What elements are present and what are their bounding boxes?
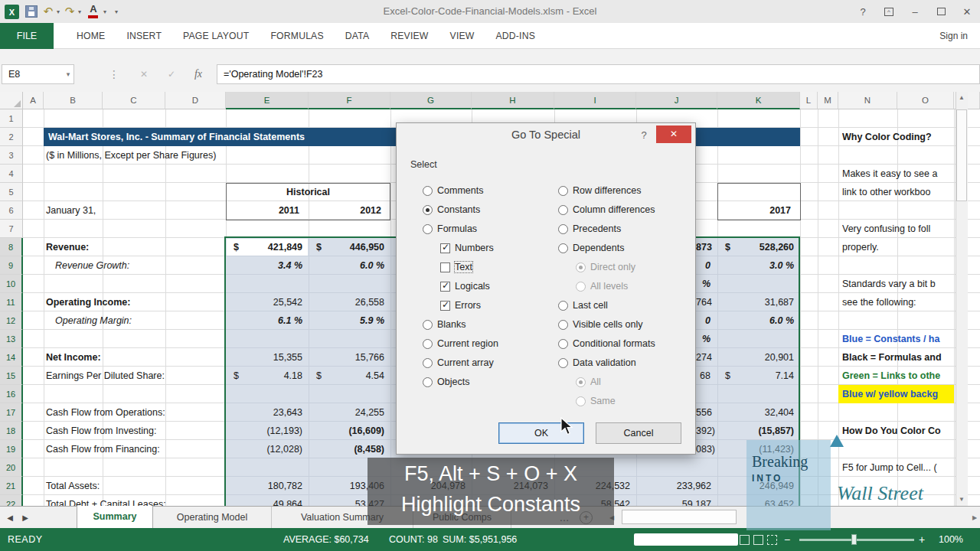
cell-e19[interactable]: (12,028)	[226, 440, 309, 458]
cell-e15[interactable]: $4.18	[226, 367, 309, 385]
vscroll-thumb[interactable]	[956, 109, 967, 201]
option-current-region[interactable]: Current region	[423, 336, 498, 351]
row-header-5[interactable]: 5	[0, 183, 23, 201]
date-label[interactable]: January 31,	[46, 201, 96, 220]
cancel-entry-icon[interactable]: ✕	[136, 64, 152, 84]
option-numbers[interactable]: Numbers	[440, 240, 494, 256]
cell-f19[interactable]: (8,458)	[309, 440, 390, 458]
scroll-up-icon[interactable]: ▲	[956, 94, 968, 101]
row-header-14[interactable]: 14	[0, 348, 23, 367]
tab-view[interactable]: VIEW	[439, 23, 485, 49]
name-box-dropdown-icon[interactable]: ▾	[63, 64, 74, 84]
row-label[interactable]: Earnings Per Diluted Share:	[46, 367, 165, 385]
cell-f17[interactable]: 24,255	[309, 403, 390, 422]
cell-k11[interactable]: 31,687	[717, 293, 800, 311]
cell-e9[interactable]: 3.4 %	[226, 256, 309, 275]
col-header-O[interactable]: O	[897, 92, 954, 109]
sheet-nav-right-icon[interactable]: ▶	[18, 507, 32, 529]
row-header-7[interactable]: 7	[0, 220, 23, 238]
sheet-subtitle[interactable]: ($ in Millions, Except per Share Figures…	[46, 146, 216, 165]
cell-e14[interactable]: 15,355	[226, 348, 309, 367]
cell-k14[interactable]: 20,901	[717, 348, 800, 367]
option-dependents[interactable]: Dependents	[558, 240, 624, 256]
col-header-H[interactable]: H	[472, 92, 554, 109]
col-header-F[interactable]: F	[309, 92, 390, 109]
row-header-3[interactable]: 3	[0, 146, 23, 165]
row-header-10[interactable]: 10	[0, 275, 23, 293]
cell-k9[interactable]: 3.0 %	[717, 256, 800, 275]
year-2012[interactable]: 2012	[309, 201, 390, 220]
cell-j14-fragment[interactable]: 274	[696, 348, 717, 367]
row-label[interactable]: Operating Income:	[46, 293, 130, 311]
option-column-differences[interactable]: Column differences	[558, 202, 655, 217]
cell-j15-fragment[interactable]: 68	[696, 367, 717, 385]
option-errors[interactable]: Errors	[440, 298, 481, 313]
tab-formulas[interactable]: FORMULAS	[260, 23, 334, 49]
cell-k12[interactable]: 6.0 %	[717, 311, 800, 330]
col-header-L[interactable]: L	[800, 92, 818, 109]
cell-e8[interactable]: $421,849	[226, 238, 309, 256]
help-icon[interactable]: ?	[850, 0, 876, 23]
row-header-19[interactable]: 19	[0, 440, 23, 458]
option-visible-cells-only[interactable]: Visible cells only	[558, 317, 642, 332]
row-header-18[interactable]: 18	[0, 422, 23, 440]
option-data-validation[interactable]: Data validation	[558, 355, 636, 370]
row-header-9[interactable]: 9	[0, 256, 23, 275]
scroll-down-icon[interactable]: ▼	[956, 496, 968, 503]
row-label[interactable]: Net Income:	[46, 348, 101, 367]
row-label[interactable]: Cash Flow from Operations:	[46, 403, 165, 422]
zoom-level[interactable]: 100%	[939, 528, 963, 551]
cell-j17-fragment[interactable]: 556	[696, 403, 717, 422]
cell-j21[interactable]: 233,962	[636, 477, 717, 495]
cell-j19-fragment[interactable]: 083)	[696, 440, 717, 458]
cell-f9[interactable]: 6.0 %	[309, 256, 390, 275]
cell-j12-fragment[interactable]: 0 %	[696, 311, 717, 330]
col-header-C[interactable]: C	[103, 92, 165, 109]
cell-e17[interactable]: 23,643	[226, 403, 309, 422]
col-header-D[interactable]: D	[165, 92, 226, 109]
row-header-13[interactable]: 13	[0, 330, 23, 348]
sign-in-button[interactable]: Sign in	[939, 23, 968, 49]
cell-f14[interactable]: 15,766	[309, 348, 390, 367]
cell-j9-fragment[interactable]: 0 %	[696, 256, 717, 275]
year-2017[interactable]: 2017	[717, 201, 800, 220]
row-header-20[interactable]: 20	[0, 458, 23, 477]
maximize-icon[interactable]	[928, 0, 954, 23]
tab-review[interactable]: REVIEW	[380, 23, 439, 49]
minimize-icon[interactable]: –	[902, 0, 928, 23]
col-header-K[interactable]: K	[717, 92, 800, 109]
row-header-12[interactable]: 12	[0, 311, 23, 330]
option-conditional-formats[interactable]: Conditional formats	[558, 336, 655, 351]
option-constants[interactable]: Constants	[423, 202, 480, 217]
row-header-16[interactable]: 16	[0, 385, 23, 403]
option-current-array[interactable]: Current array	[423, 355, 494, 370]
row-header-6[interactable]: 6	[0, 201, 23, 220]
zoom-slider-track[interactable]	[799, 539, 914, 541]
row-label[interactable]: Revenue:	[46, 238, 89, 256]
cell-j8-fragment[interactable]: 873	[696, 238, 717, 256]
option-row-differences[interactable]: Row differences	[558, 183, 641, 198]
cell-j11-fragment[interactable]: 764	[696, 293, 717, 311]
tab-data[interactable]: DATA	[335, 23, 381, 49]
cell-f8[interactable]: $446,950	[309, 238, 390, 256]
row-header-4[interactable]: 4	[0, 165, 23, 183]
col-header-B[interactable]: B	[44, 92, 103, 109]
hscroll-right-icon[interactable]: ▶	[968, 507, 980, 529]
row-header-2[interactable]: 2	[0, 128, 23, 146]
option-text[interactable]: Text	[440, 259, 472, 275]
cell-e11[interactable]: 25,542	[226, 293, 309, 311]
cell-j18-fragment[interactable]: 392)	[696, 422, 717, 440]
option-objects[interactable]: Objects	[423, 374, 469, 390]
cell-f12[interactable]: 5.9 %	[309, 311, 390, 330]
row-header-1[interactable]: 1	[0, 109, 23, 128]
row-header-8[interactable]: 8	[0, 238, 23, 256]
ribbon-options-icon[interactable]: ^	[876, 0, 902, 23]
year-2011[interactable]: 2011	[226, 201, 309, 220]
zoom-out-icon[interactable]: −	[784, 528, 790, 551]
row-label[interactable]: Revenue Growth:	[55, 256, 129, 275]
col-header-I[interactable]: I	[554, 92, 636, 109]
col-header-E[interactable]: E	[226, 92, 309, 109]
option-blanks[interactable]: Blanks	[423, 317, 466, 332]
sheet-tab-operating-model[interactable]: Operating Model	[153, 507, 272, 529]
cell-e21[interactable]: 180,782	[226, 477, 309, 495]
